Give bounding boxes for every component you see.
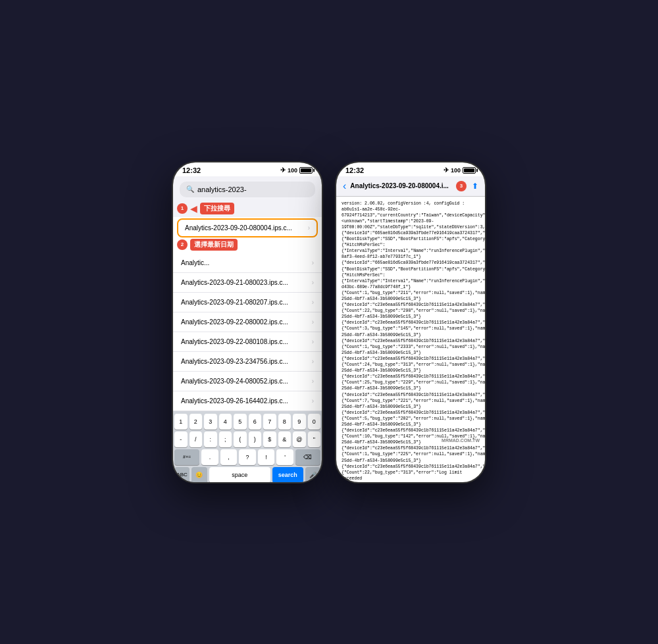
- battery-icon-right: [463, 167, 476, 174]
- kb-key-space[interactable]: space: [209, 467, 270, 483]
- chevron-icon-1: ›: [312, 259, 314, 266]
- file-item-7[interactable]: Analytics-2023-09-24-080052.ips.c... ›: [173, 372, 322, 391]
- kb-key-at[interactable]: @: [293, 432, 306, 447]
- file-name-7: Analytics-2023-09-24-080052.ips.c...: [181, 378, 288, 385]
- file-name-6: Analytics-2023-09-23-234756.ips.c...: [181, 358, 288, 365]
- file-name-highlighted: Analytics-2023-09-20-080004.ips.c...: [185, 224, 292, 232]
- file-item-1[interactable]: Analytic... ›: [173, 253, 322, 273]
- annotation-2-row: 2 選擇最新日期: [173, 239, 322, 253]
- kb-key-4[interactable]: 4: [219, 414, 232, 430]
- kb-key-colon[interactable]: :: [204, 432, 217, 447]
- annotation-2-label: 選擇最新日期: [190, 239, 238, 251]
- kb-key-lparen[interactable]: (: [234, 432, 247, 447]
- annotation-2-bubble: 2: [177, 239, 188, 250]
- kb-key-dollar[interactable]: $: [263, 432, 276, 447]
- search-icon: 🔍: [186, 186, 194, 193]
- chevron-icon-4: ›: [312, 318, 314, 326]
- status-icons-right: ✈ 100: [443, 166, 476, 174]
- watermark: MRMAD.COM.TW: [442, 438, 480, 443]
- kb-key-emoji[interactable]: 😊: [191, 467, 207, 483]
- kb-row-2: - / : ; ( ) $ & @ ": [174, 432, 320, 447]
- chevron-icon-0: ›: [308, 224, 310, 232]
- kb-key-search[interactable]: search: [272, 467, 303, 483]
- kb-key-slash[interactable]: /: [190, 432, 203, 447]
- annotation-1-row: 1 ◀ 下拉搜尋: [173, 201, 322, 217]
- status-icons-left: ✈ 100: [280, 166, 313, 174]
- file-name-5: Analytics-2023-09-22-080108.ips.c...: [181, 338, 288, 345]
- kb-key-abc[interactable]: ABC: [174, 467, 190, 483]
- kb-key-semi[interactable]: ;: [219, 432, 232, 447]
- right-header-title: Analytics-2023-09-20-080004.i...: [350, 182, 452, 189]
- file-item-5[interactable]: Analytics-2023-09-22-080108.ips.c... ›: [173, 332, 322, 352]
- kb-key-mic[interactable]: 🎤: [305, 467, 320, 483]
- file-item-highlighted[interactable]: Analytics-2023-09-20-080004.ips.c... ›: [177, 218, 318, 237]
- search-input-text[interactable]: analytics-2023-: [197, 186, 309, 193]
- left-phone: 12:32 ✈ 100 🔍 analytics-2023- 1 ◀ 下拉搜尋: [172, 161, 323, 483]
- file-item-2[interactable]: Analytics-2023-09-21-080023.ips.c... ›: [173, 273, 322, 293]
- kb-key-rparen[interactable]: ): [249, 432, 262, 447]
- kb-key-delete[interactable]: ⌫: [295, 449, 320, 465]
- plane-icon-right: ✈: [443, 166, 449, 174]
- search-bar-area: 🔍 analytics-2023-: [173, 176, 322, 201]
- left-phone-content: 🔍 analytics-2023- 1 ◀ 下拉搜尋 Analytics-202…: [173, 176, 322, 483]
- file-item-4[interactable]: Analytics-2023-09-22-080002.ips.c... ›: [173, 312, 322, 332]
- kb-key-apostrophe[interactable]: ': [276, 449, 293, 465]
- battery-fill-right: [464, 168, 474, 172]
- file-list: Analytics-2023-09-20-080004.ips.c... › 2…: [173, 217, 322, 411]
- annotation-1-label: 下拉搜尋: [200, 203, 234, 214]
- file-item-3[interactable]: Analytics-2023-09-21-080207.ips.c... ›: [173, 293, 322, 312]
- kb-key-9[interactable]: 9: [293, 414, 306, 430]
- battery-icon-left: [299, 167, 313, 174]
- kb-key-comma[interactable]: ,: [220, 449, 238, 465]
- kb-key-hashtag[interactable]: #+=: [174, 449, 199, 465]
- chevron-icon-5: ›: [312, 338, 314, 345]
- file-name-1: Analytic...: [181, 259, 209, 266]
- back-button[interactable]: ‹: [343, 180, 346, 192]
- file-item-8[interactable]: Analytics-2023-09-26-164402.ips.c... ›: [173, 391, 322, 411]
- kb-key-quote[interactable]: ": [308, 432, 321, 447]
- right-phone: 12:32 ✈ 100 ‹ Analytics-2023-09-20-08000…: [335, 161, 486, 483]
- status-bar-right: 12:32 ✈ 100: [336, 162, 485, 176]
- kb-key-exclaim[interactable]: !: [258, 449, 275, 465]
- kb-key-2[interactable]: 2: [190, 414, 203, 430]
- battery-label: 100: [288, 167, 297, 174]
- kb-row-3: #+= . , ? ! ' ⌫: [174, 449, 320, 465]
- kb-key-0[interactable]: 0: [308, 414, 321, 430]
- chevron-icon-3: ›: [312, 299, 314, 306]
- file-item-6[interactable]: Analytics-2023-09-23-234756.ips.c... ›: [173, 352, 322, 372]
- chevron-icon-6: ›: [312, 358, 314, 365]
- file-name-3: Analytics-2023-09-21-080207.ips.c...: [181, 299, 288, 306]
- share-button[interactable]: ⬆: [472, 182, 478, 191]
- annotation-1-bubble: 1: [177, 203, 188, 214]
- file-name-8: Analytics-2023-09-26-164402.ips.c...: [181, 397, 288, 405]
- chevron-icon-2: ›: [312, 279, 314, 286]
- kb-key-period[interactable]: .: [201, 449, 218, 465]
- file-name-4: Analytics-2023-09-22-080002.ips.c...: [181, 318, 288, 326]
- kb-row-4: ABC 😊 space search 🎤: [174, 467, 320, 483]
- kb-key-3[interactable]: 3: [204, 414, 217, 430]
- kb-key-amp[interactable]: &: [278, 432, 291, 447]
- kb-key-dash[interactable]: -: [174, 432, 188, 447]
- right-phone-content: ‹ Analytics-2023-09-20-080004.i... 3 ⬆ v…: [336, 176, 485, 483]
- kb-key-5[interactable]: 5: [234, 414, 247, 430]
- arrow-left-icon: ◀: [190, 203, 197, 214]
- chevron-icon-8: ›: [312, 397, 314, 405]
- kb-key-6[interactable]: 6: [249, 414, 262, 430]
- kb-row-1: 1 2 3 4 5 6 7 8 9 0: [174, 414, 320, 430]
- keyboard: 1 2 3 4 5 6 7 8 9 0 - / : ; ( ) $ &: [173, 411, 322, 483]
- right-header: ‹ Analytics-2023-09-20-080004.i... 3 ⬆: [336, 176, 485, 197]
- kb-key-question[interactable]: ?: [239, 449, 256, 465]
- battery-fill-left: [301, 168, 311, 172]
- plane-icon: ✈: [280, 166, 286, 174]
- battery-label-right: 100: [451, 167, 461, 174]
- annotation-3-bubble: 3: [456, 181, 467, 191]
- search-input-box[interactable]: 🔍 analytics-2023-: [180, 182, 315, 197]
- file-name-2: Analytics-2023-09-21-080023.ips.c...: [181, 279, 288, 286]
- kb-key-7[interactable]: 7: [263, 414, 276, 430]
- time-right: 12:32: [345, 166, 364, 174]
- kb-key-1[interactable]: 1: [174, 414, 188, 430]
- kb-key-8[interactable]: 8: [278, 414, 291, 430]
- chevron-icon-7: ›: [312, 378, 314, 385]
- time-left: 12:32: [182, 166, 201, 174]
- status-bar-left: 12:32 ✈ 100: [173, 162, 322, 176]
